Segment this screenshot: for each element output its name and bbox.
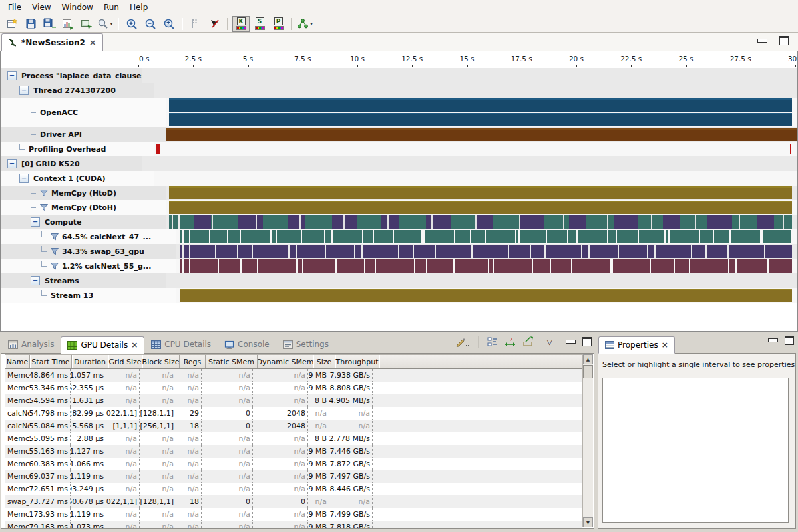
timeline-track[interactable]: [176, 244, 797, 259]
tree-row-label[interactable]: OpenACC: [1, 98, 166, 127]
stream-colors-button[interactable]: S: [251, 16, 268, 32]
timeline-track[interactable]: [166, 98, 797, 127]
layout-columns-icon[interactable]: [487, 337, 498, 347]
table-row[interactable]: Memcpy179.163 ms1.073 msn/an/an/an/an/a9…: [5, 521, 582, 528]
timeline-track[interactable]: [166, 215, 797, 229]
menu-file[interactable]: File: [3, 1, 27, 13]
table-row[interactable]: Memcpy155.095 ms2.88 µsn/an/an/an/an/a8 …: [5, 432, 582, 445]
export-image-button[interactable]: [78, 16, 95, 32]
timeline-row[interactable]: −Compute: [1, 215, 797, 229]
properties-maximize-icon[interactable]: [785, 336, 794, 345]
column-header[interactable]: Grid Size: [108, 355, 142, 368]
close-icon[interactable]: ×: [89, 38, 97, 47]
timeline-row[interactable]: −Process "laplace_data_clauses 10...: [1, 68, 797, 83]
collapse-toggle-icon[interactable]: −: [7, 71, 17, 80]
column-header[interactable]: Name: [5, 355, 30, 368]
collapse-toggle-icon[interactable]: −: [7, 159, 17, 168]
tree-row-label[interactable]: Stream 13: [1, 288, 176, 303]
tab-properties[interactable]: Properties ×: [598, 336, 675, 354]
scroll-up-icon[interactable]: ▲: [583, 354, 593, 364]
minimize-icon[interactable]: [757, 39, 767, 43]
session-tab[interactable]: *NewSession2 ×: [1, 33, 103, 51]
column-header[interactable]: Block Size: [142, 355, 180, 368]
filter-icon[interactable]: [51, 233, 59, 241]
menu-run[interactable]: Run: [99, 1, 124, 13]
tree-row-label[interactable]: −Streams: [1, 273, 166, 288]
timeline-row[interactable]: −Context 1 (CUDA): [1, 171, 797, 186]
export-table-icon[interactable]: [522, 336, 534, 347]
table-row[interactable]: Memcpy172.651 ms93.249 µsn/an/an/an/an/a…: [5, 483, 582, 495]
timeline-track[interactable]: [166, 200, 797, 215]
new-session-button[interactable]: [3, 16, 21, 32]
table-row[interactable]: Memcpy153.346 ms62.355 µsn/an/an/an/an/a…: [5, 382, 582, 394]
tree-row-label[interactable]: MemCpy (DtoH): [1, 200, 166, 215]
collapse-toggle-icon[interactable]: −: [31, 217, 40, 227]
properties-close-icon[interactable]: ×: [662, 340, 668, 350]
filter-icon[interactable]: [51, 263, 59, 270]
kernel-interval-bar[interactable]: [180, 230, 792, 243]
timeline-track[interactable]: [142, 156, 797, 171]
properties-minimize-icon[interactable]: [768, 338, 778, 342]
tree-row-label[interactable]: MemCpy (HtoD): [1, 186, 166, 200]
zoom-out-button[interactable]: [142, 16, 159, 32]
view-menu-icon[interactable]: ▽: [540, 338, 559, 346]
export-report-button[interactable]: [59, 16, 77, 32]
tab-gpu-details[interactable]: GPU Details×: [61, 336, 144, 354]
table-row[interactable]: swap_63173.727 ms60.678 µs[1022,1,1][128…: [5, 495, 582, 508]
trace-pencil-icon[interactable]: [456, 337, 470, 347]
tree-row-label[interactable]: 34.3% swap_63_gpu: [1, 244, 176, 259]
menu-window[interactable]: Window: [57, 1, 99, 13]
analysis-tree-button[interactable]: ▾: [296, 16, 313, 32]
scrollbar-thumb[interactable]: [583, 365, 593, 378]
column-header[interactable]: Static SMem: [206, 355, 258, 368]
tree-row-label[interactable]: Profiling Overhead: [1, 142, 154, 156]
table-row[interactable]: Memcpy155.163 ms1.127 msn/an/an/an/an/a9…: [5, 445, 582, 458]
table-row[interactable]: calcNext154.798 ms282.99 µs[1022,1,1][12…: [5, 407, 582, 420]
details-maximize-icon[interactable]: [582, 337, 592, 346]
column-header[interactable]: Throughput: [335, 355, 379, 368]
kernel-interval-bar[interactable]: [180, 259, 792, 273]
timeline-track[interactable]: [166, 273, 797, 288]
timeline-row[interactable]: Driver API: [1, 127, 797, 142]
overhead-marker[interactable]: [156, 144, 158, 154]
tree-row-label[interactable]: −Process "laplace_data_clauses 10...: [1, 68, 142, 83]
table-scrollbar[interactable]: ▲ ▼: [582, 354, 593, 527]
compute-interval-bar[interactable]: [169, 215, 792, 229]
fit-columns-icon[interactable]: [504, 337, 516, 347]
timeline-row[interactable]: −Streams: [1, 273, 797, 288]
tab-close-icon[interactable]: ×: [131, 340, 138, 350]
column-header[interactable]: Start Time: [30, 355, 72, 368]
tree-row-label[interactable]: Driver API: [1, 127, 166, 142]
kernel-interval-bar[interactable]: [180, 245, 792, 258]
timeline-row[interactable]: OpenACC: [1, 98, 797, 127]
tab-cpu-details[interactable]: CPU Details: [144, 336, 218, 353]
tab-settings[interactable]: Settings: [276, 336, 335, 353]
overhead-marker[interactable]: [158, 144, 160, 154]
overhead-marker[interactable]: [790, 144, 791, 154]
timeline-ruler[interactable]: 0 s2.5 s5 s7.5 s10 s12.5 s15 s17.5 s20 s…: [136, 51, 797, 68]
tree-row-label[interactable]: −[0] GRID K520: [1, 156, 142, 171]
tree-row-label[interactable]: −Thread 2741307200: [1, 83, 154, 98]
timeline-track[interactable]: [166, 127, 797, 142]
openacc-interval-bar[interactable]: [169, 113, 792, 126]
tree-row-label[interactable]: −Context 1 (CUDA): [1, 171, 154, 186]
stream-interval-bar[interactable]: [180, 289, 792, 302]
timeline-row[interactable]: Profiling Overhead: [1, 142, 797, 156]
save-all-button[interactable]: [41, 16, 58, 32]
memcpy-interval-bar[interactable]: [169, 201, 792, 214]
timeline-track[interactable]: [176, 229, 797, 244]
table-row[interactable]: Memcpy160.383 ms1.066 msn/an/an/an/an/a9…: [5, 458, 582, 470]
timeline-track[interactable]: [154, 83, 797, 98]
driver-api-interval-bar[interactable]: [166, 128, 797, 141]
caret-down-icon[interactable]: ▾: [310, 21, 313, 27]
memcpy-interval-bar[interactable]: [169, 186, 792, 200]
details-minimize-icon[interactable]: [566, 340, 576, 344]
column-header[interactable]: Dynamic SMem: [258, 355, 313, 368]
column-header[interactable]: Duration: [72, 355, 108, 368]
timeline-track[interactable]: [176, 288, 797, 303]
process-colors-button[interactable]: P: [270, 16, 287, 32]
menu-view[interactable]: View: [27, 1, 56, 13]
timeline-row[interactable]: MemCpy (DtoH): [1, 200, 797, 215]
scroll-down-icon[interactable]: ▼: [583, 517, 593, 527]
caret-down-icon[interactable]: ▾: [110, 21, 112, 27]
